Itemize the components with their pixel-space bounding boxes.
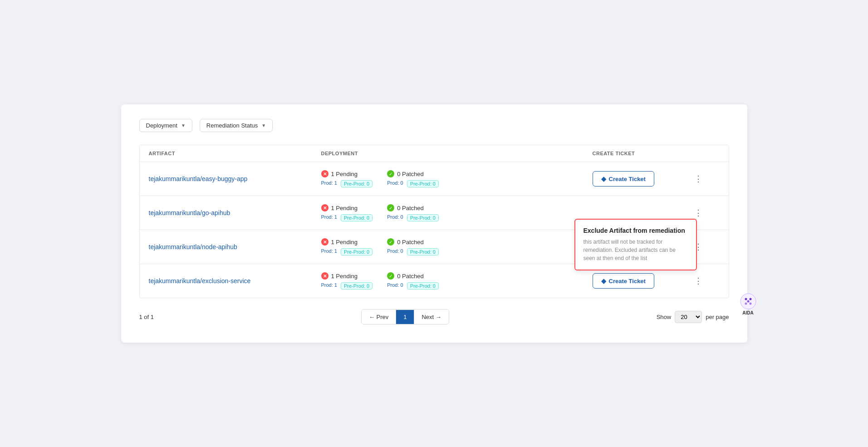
svg-point-1 bbox=[745, 298, 747, 300]
pending-prod-tag-3: Prod: 1 bbox=[321, 248, 337, 255]
aida-badge[interactable]: AIDA bbox=[740, 293, 756, 315]
page-1-label: 1 bbox=[403, 314, 407, 320]
pending-tags-3: Prod: 1 Pre-Prod: 0 bbox=[321, 248, 373, 255]
more-button-2[interactable]: ⋮ bbox=[692, 207, 704, 219]
pending-group-2: ✕ 1 Pending Prod: 1 Pre-Prod: 0 bbox=[321, 204, 373, 221]
artifact-name-3: tejakummarikuntla/node-apihub bbox=[149, 243, 321, 251]
page-info: 1 of 1 bbox=[139, 314, 154, 320]
remediation-chevron-icon: ▼ bbox=[261, 123, 266, 128]
patched-preprod-tag-2: Pre-Prod: 0 bbox=[407, 214, 439, 221]
svg-point-5 bbox=[749, 303, 751, 305]
patched-status-3: ✓ 0 Patched bbox=[387, 238, 439, 246]
patched-label-2: 0 Patched bbox=[397, 205, 424, 211]
patched-status-1: ✓ 0 Patched bbox=[387, 170, 439, 177]
deployment-cell-3: ✕ 1 Pending Prod: 1 Pre-Prod: 0 ✓ 0 Patc… bbox=[321, 238, 593, 255]
deployment-chevron-icon: ▼ bbox=[181, 123, 186, 128]
patched-label-1: 0 Patched bbox=[397, 171, 424, 177]
patched-icon-1: ✓ bbox=[387, 170, 394, 177]
ticket-cell-1: ◆ Create Ticket bbox=[593, 171, 692, 187]
patched-prod-tag-1: Prod: 0 bbox=[387, 180, 403, 187]
pending-tags-2: Prod: 1 Pre-Prod: 0 bbox=[321, 214, 373, 221]
pending-label-4: 1 Pending bbox=[331, 273, 358, 280]
patched-preprod-tag-4: Pre-Prod: 0 bbox=[407, 282, 439, 290]
patched-tags-1: Prod: 0 Pre-Prod: 0 bbox=[387, 180, 439, 187]
patched-status-4: ✓ 0 Patched bbox=[387, 272, 439, 280]
artifacts-table: ARTIFACT DEPLOYMENT CREATE TICKET tejaku… bbox=[139, 145, 729, 298]
deployment-filter-label: Deployment bbox=[146, 122, 177, 129]
patched-prod-tag-4: Prod: 0 bbox=[387, 282, 403, 290]
pending-tags-1: Prod: 1 Pre-Prod: 0 bbox=[321, 180, 373, 187]
next-button[interactable]: Next → bbox=[414, 310, 448, 324]
more-button-1[interactable]: ⋮ bbox=[692, 173, 704, 185]
pending-prod-tag-1: Prod: 1 bbox=[321, 180, 337, 187]
patched-group-2: ✓ 0 Patched Prod: 0 Pre-Prod: 0 bbox=[387, 204, 439, 221]
patched-tags-3: Prod: 0 Pre-Prod: 0 bbox=[387, 248, 439, 255]
diamond-icon-1: ◆ bbox=[601, 175, 606, 182]
next-label: Next → bbox=[422, 314, 441, 320]
header-deployment: DEPLOYMENT bbox=[321, 151, 593, 156]
pagination-row: 1 of 1 ← Prev 1 Next → Show 20 50 100 pe… bbox=[139, 309, 729, 324]
pending-group-1: ✕ 1 Pending Prod: 1 Pre-Prod: 0 bbox=[321, 170, 373, 187]
more-button-4[interactable]: ⋮ bbox=[692, 275, 704, 287]
deployment-cell-1: ✕ 1 Pending Prod: 1 Pre-Prod: 0 ✓ 0 Patc… bbox=[321, 170, 593, 187]
svg-point-2 bbox=[749, 298, 751, 300]
pending-icon-4: ✕ bbox=[321, 272, 329, 280]
remediation-filter[interactable]: Remediation Status ▼ bbox=[200, 119, 273, 132]
per-page-suffix: per page bbox=[706, 314, 729, 320]
pending-status-1: ✕ 1 Pending bbox=[321, 170, 373, 177]
table-row: tejakummarikuntla/easy-buggy-app ✕ 1 Pen… bbox=[140, 162, 729, 196]
pending-preprod-tag-3: Pre-Prod: 0 bbox=[341, 248, 373, 255]
create-ticket-button-1[interactable]: ◆ Create Ticket bbox=[593, 171, 654, 187]
patched-prod-tag-2: Prod: 0 bbox=[387, 214, 403, 221]
pending-preprod-tag-4: Pre-Prod: 0 bbox=[341, 282, 373, 290]
pagination-controls: ← Prev 1 Next → bbox=[361, 309, 449, 324]
diamond-icon-4: ◆ bbox=[601, 277, 606, 285]
artifact-name-2: tejakummarikuntla/go-apihub bbox=[149, 209, 321, 217]
per-page-select[interactable]: 20 50 100 bbox=[675, 311, 702, 323]
pending-status-4: ✕ 1 Pending bbox=[321, 272, 373, 280]
deployment-cell-4: ✕ 1 Pending Prod: 1 Pre-Prod: 0 ✓ 0 Patc… bbox=[321, 272, 593, 290]
pending-tags-4: Prod: 1 Pre-Prod: 0 bbox=[321, 282, 373, 290]
pending-label-1: 1 Pending bbox=[331, 171, 358, 177]
pending-group-3: ✕ 1 Pending Prod: 1 Pre-Prod: 0 bbox=[321, 238, 373, 255]
artifact-link-3[interactable]: tejakummarikuntla/node-apihub bbox=[149, 243, 237, 251]
create-ticket-label-1: Create Ticket bbox=[609, 176, 646, 182]
table-header: ARTIFACT DEPLOYMENT CREATE TICKET bbox=[140, 145, 729, 162]
patched-group-3: ✓ 0 Patched Prod: 0 Pre-Prod: 0 bbox=[387, 238, 439, 255]
show-label: Show bbox=[657, 314, 672, 320]
patched-preprod-tag-3: Pre-Prod: 0 bbox=[407, 248, 439, 255]
prev-label: ← Prev bbox=[369, 314, 388, 320]
pending-prod-tag-2: Prod: 1 bbox=[321, 214, 337, 221]
pending-icon-3: ✕ bbox=[321, 238, 329, 246]
deployment-filter[interactable]: Deployment ▼ bbox=[139, 119, 192, 132]
remediation-filter-label: Remediation Status bbox=[206, 122, 258, 129]
prev-button[interactable]: ← Prev bbox=[362, 310, 396, 324]
artifact-link-4[interactable]: tejakummarikuntla/exclusion-service bbox=[149, 277, 251, 285]
page-1-button[interactable]: 1 bbox=[396, 310, 414, 324]
main-card: Deployment ▼ Remediation Status ▼ ARTIFA… bbox=[121, 104, 747, 343]
pending-status-3: ✕ 1 Pending bbox=[321, 238, 373, 246]
patched-status-2: ✓ 0 Patched bbox=[387, 204, 439, 211]
deployment-cell-2: ✕ 1 Pending Prod: 1 Pre-Prod: 0 ✓ 0 Patc… bbox=[321, 204, 593, 221]
table-row: tejakummarikuntla/go-apihub ✕ 1 Pending … bbox=[140, 196, 729, 230]
svg-point-4 bbox=[745, 303, 747, 305]
pending-icon-2: ✕ bbox=[321, 204, 329, 211]
artifact-link-2[interactable]: tejakummarikuntla/go-apihub bbox=[149, 209, 230, 216]
pending-group-4: ✕ 1 Pending Prod: 1 Pre-Prod: 0 bbox=[321, 272, 373, 290]
pending-label-3: 1 Pending bbox=[331, 239, 358, 246]
filters-row: Deployment ▼ Remediation Status ▼ bbox=[139, 119, 729, 132]
patched-tags-2: Prod: 0 Pre-Prod: 0 bbox=[387, 214, 439, 221]
header-artifact: ARTIFACT bbox=[149, 151, 321, 156]
patched-label-3: 0 Patched bbox=[397, 239, 424, 246]
patched-icon-4: ✓ bbox=[387, 272, 394, 280]
pending-status-2: ✕ 1 Pending bbox=[321, 204, 373, 211]
exclude-popup: Exclude Artifact from remediation this a… bbox=[574, 219, 697, 270]
patched-icon-3: ✓ bbox=[387, 238, 394, 246]
pending-preprod-tag-1: Pre-Prod: 0 bbox=[341, 180, 373, 187]
ticket-cell-4: ◆ Create Ticket bbox=[593, 273, 692, 289]
create-ticket-button-4[interactable]: ◆ Create Ticket bbox=[593, 273, 654, 289]
patched-label-4: 0 Patched bbox=[397, 273, 424, 280]
pending-icon-1: ✕ bbox=[321, 170, 329, 177]
more-actions-4: ⋮ bbox=[692, 275, 720, 287]
artifact-link-1[interactable]: tejakummarikuntla/easy-buggy-app bbox=[149, 175, 248, 182]
